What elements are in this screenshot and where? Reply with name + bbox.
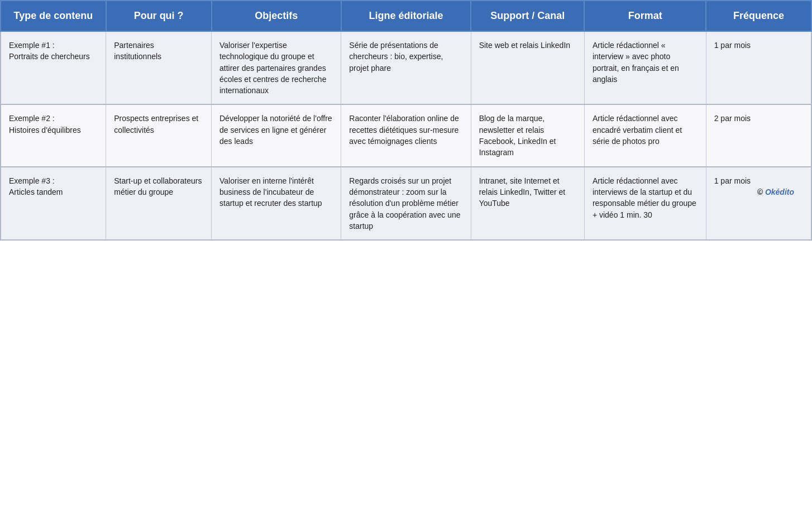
header-pour-qui: Pour qui ?	[106, 1, 212, 31]
type-cell: Exemple #3 :Articles tandem	[1, 167, 106, 240]
header-ligne: Ligne éditoriale	[341, 1, 471, 31]
header-type: Type de contenu	[1, 1, 106, 31]
ligne-cell: Raconter l'élaboration online de recette…	[341, 104, 471, 166]
frequence-cell: 1 par mois	[706, 31, 811, 104]
support-cell: Site web et relais LinkedIn	[471, 31, 584, 104]
support-cell: Blog de la marque, newsletter et relais …	[471, 104, 584, 166]
objectifs-cell: Valoriser en interne l'intérêt business …	[212, 167, 341, 240]
main-container: Type de contenu Pour qui ? Objectifs Lig…	[0, 0, 812, 519]
format-cell: Article rédactionnel « interview » avec …	[584, 31, 706, 104]
type-cell: Exemple #1 :Portraits de chercheurs	[1, 31, 106, 104]
objectifs-cell: Développer la notoriété de l'offre de se…	[212, 104, 341, 166]
frequence-cell: 1 par mois© Okédito	[706, 167, 811, 240]
footer-copyright: © Okédito	[714, 186, 803, 203]
table-body: Exemple #1 :Portraits de chercheursParte…	[1, 31, 811, 240]
pour-qui-cell: Prospects entreprises et collectivités	[106, 104, 212, 166]
ligne-cell: Série de présentations de chercheurs : b…	[341, 31, 471, 104]
frequence-cell: 2 par mois	[706, 104, 811, 166]
type-cell: Exemple #2 :Histoires d'équilibres	[1, 104, 106, 166]
table-row: Exemple #2 :Histoires d'équilibresProspe…	[1, 104, 811, 166]
header-format: Format	[584, 1, 706, 31]
header-row: Type de contenu Pour qui ? Objectifs Lig…	[1, 1, 811, 31]
table-row: Exemple #3 :Articles tandemStart-up et c…	[1, 167, 811, 240]
support-cell: Intranet, site Internet et relais Linked…	[471, 167, 584, 240]
pour-qui-cell: Partenaires institutionnels	[106, 31, 212, 104]
header-frequence: Fréquence	[706, 1, 811, 31]
header-support: Support / Canal	[471, 1, 584, 31]
header-objectifs: Objectifs	[212, 1, 341, 31]
ligne-cell: Regards croisés sur un projet démonstrat…	[341, 167, 471, 240]
pour-qui-cell: Start-up et collaborateurs métier du gro…	[106, 167, 212, 240]
brand-name: Okédito	[765, 188, 794, 196]
content-table: Type de contenu Pour qui ? Objectifs Lig…	[0, 0, 812, 241]
format-cell: Article rédactionnel avec interviews de …	[584, 167, 706, 240]
format-cell: Article rédactionnel avec encadré verbat…	[584, 104, 706, 166]
table-row: Exemple #1 :Portraits de chercheursParte…	[1, 31, 811, 104]
objectifs-cell: Valoriser l'expertise technologique du g…	[212, 31, 341, 104]
